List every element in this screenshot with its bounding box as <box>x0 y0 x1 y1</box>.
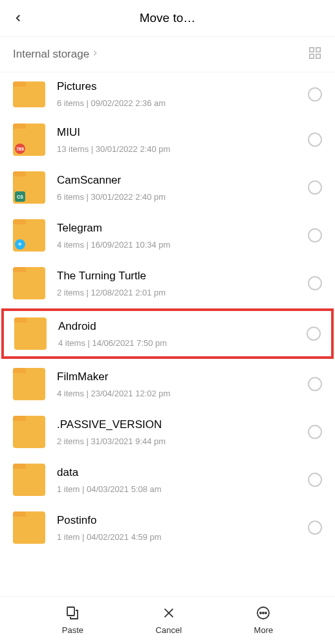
list-item[interactable]: data1 item | 04/03/2021 5:08 am <box>0 456 335 504</box>
header: Move to… <box>0 0 335 36</box>
folder-icon: 789 <box>13 123 45 156</box>
close-icon <box>160 605 177 621</box>
item-text: data1 item | 04/03/2021 5:08 am <box>57 466 308 494</box>
select-radio[interactable] <box>308 425 322 439</box>
select-radio[interactable] <box>308 276 322 290</box>
item-text: Telegram4 items | 16/09/2021 10:34 pm <box>57 222 308 250</box>
app-badge-icon: ✈ <box>15 239 25 250</box>
breadcrumb[interactable]: Internal storage <box>13 48 100 61</box>
svg-point-10 <box>265 612 266 614</box>
app-badge-icon: CS <box>15 191 25 202</box>
folder-meta: 1 item | 04/03/2021 5:08 am <box>57 484 308 494</box>
list-item[interactable]: ✈Telegram4 items | 16/09/2021 10:34 pm <box>0 211 335 259</box>
sub-header: Internal storage <box>0 36 335 72</box>
folder-meta: 4 items | 16/09/2021 10:34 pm <box>57 240 308 250</box>
select-radio[interactable] <box>308 521 322 535</box>
cancel-button[interactable]: Cancel <box>156 605 182 635</box>
folder-meta: 2 items | 12/08/2021 2:01 pm <box>57 288 308 297</box>
folder-icon <box>13 464 45 496</box>
chevron-right-icon <box>91 48 100 61</box>
folder-icon <box>13 81 45 107</box>
folder-meta: 13 items | 30/01/2022 2:40 pm <box>57 144 308 154</box>
folder-icon <box>14 317 47 350</box>
list-item[interactable]: CSCamScanner6 items | 30/01/2022 2:40 pm <box>0 164 335 211</box>
folder-name: data <box>57 466 308 479</box>
folder-name: .PASSIVE_VERSION <box>57 418 308 431</box>
select-radio[interactable] <box>307 327 321 341</box>
item-text: MIUI13 items | 30/01/2022 2:40 pm <box>57 126 308 154</box>
folder-icon <box>13 267 45 299</box>
back-icon <box>12 12 24 24</box>
select-radio[interactable] <box>308 228 322 242</box>
more-label: More <box>254 625 274 635</box>
select-radio[interactable] <box>308 180 322 195</box>
page-title: Move to… <box>140 11 196 25</box>
select-radio[interactable] <box>308 473 322 487</box>
grid-view-button[interactable] <box>308 46 322 63</box>
folder-meta: 6 items | 30/01/2022 2:40 pm <box>57 192 308 202</box>
list-item[interactable]: Postinfo1 item | 04/02/2021 4:59 pm <box>0 504 335 552</box>
folder-name: Telegram <box>57 222 308 235</box>
svg-point-9 <box>263 612 264 614</box>
bottom-action-bar: Paste Cancel More <box>0 596 335 644</box>
folder-name: Pictures <box>57 80 308 93</box>
item-text: FilmMaker4 items | 23/04/2021 12:02 pm <box>57 370 308 398</box>
folder-name: FilmMaker <box>57 370 308 383</box>
folder-meta: 1 item | 04/02/2021 4:59 pm <box>57 532 308 542</box>
breadcrumb-label: Internal storage <box>13 48 89 61</box>
svg-rect-3 <box>316 54 320 58</box>
folder-name: The Turning Turtle <box>57 270 308 283</box>
list-item[interactable]: .PASSIVE_VERSION2 items | 31/03/2021 9:4… <box>0 408 335 456</box>
svg-rect-0 <box>310 48 314 52</box>
folder-icon: CS <box>13 171 45 204</box>
item-text: .PASSIVE_VERSION2 items | 31/03/2021 9:4… <box>57 418 308 446</box>
svg-point-8 <box>260 612 261 614</box>
select-radio[interactable] <box>308 87 322 102</box>
folder-meta: 4 items | 23/04/2021 12:02 pm <box>57 389 308 398</box>
item-text: CamScanner6 items | 30/01/2022 2:40 pm <box>57 174 308 202</box>
folder-name: MIUI <box>57 126 308 139</box>
folder-name: Android <box>58 320 307 333</box>
back-button[interactable] <box>10 10 26 26</box>
select-radio[interactable] <box>308 377 322 391</box>
paste-label: Paste <box>62 625 83 635</box>
folder-meta: 2 items | 31/03/2021 9:44 pm <box>57 436 308 446</box>
folder-list[interactable]: Pictures6 items | 09/02/2022 2:36 am789M… <box>0 72 335 596</box>
more-icon <box>255 605 272 621</box>
paste-button[interactable]: Paste <box>62 605 83 635</box>
list-item[interactable]: FilmMaker4 items | 23/04/2021 12:02 pm <box>0 360 335 408</box>
item-text: Android4 items | 14/06/2021 7:50 pm <box>58 320 307 348</box>
svg-rect-1 <box>316 48 320 52</box>
folder-icon <box>13 416 45 448</box>
select-radio[interactable] <box>308 133 322 147</box>
list-item[interactable]: Android4 items | 14/06/2021 7:50 pm <box>1 308 334 359</box>
app-badge-icon: 789 <box>15 144 25 154</box>
cancel-label: Cancel <box>156 625 182 635</box>
grid-icon <box>308 46 322 60</box>
folder-name: CamScanner <box>57 174 308 187</box>
svg-rect-2 <box>310 54 314 58</box>
list-item[interactable]: The Turning Turtle2 items | 12/08/2021 2… <box>0 259 335 307</box>
more-button[interactable]: More <box>254 605 274 635</box>
svg-rect-4 <box>67 607 74 616</box>
item-text: The Turning Turtle2 items | 12/08/2021 2… <box>57 270 308 297</box>
folder-icon: ✈ <box>13 219 45 252</box>
folder-icon <box>13 511 45 544</box>
item-text: Postinfo1 item | 04/02/2021 4:59 pm <box>57 514 308 542</box>
list-item[interactable]: 789MIUI13 items | 30/01/2022 2:40 pm <box>0 116 335 164</box>
folder-name: Postinfo <box>57 514 308 527</box>
item-text: Pictures6 items | 09/02/2022 2:36 am <box>57 80 308 108</box>
folder-meta: 4 items | 14/06/2021 7:50 pm <box>58 338 307 348</box>
folder-meta: 6 items | 09/02/2022 2:36 am <box>57 98 308 108</box>
folder-icon <box>13 368 45 400</box>
paste-icon <box>64 605 81 621</box>
list-item[interactable]: Pictures6 items | 09/02/2022 2:36 am <box>0 72 335 116</box>
